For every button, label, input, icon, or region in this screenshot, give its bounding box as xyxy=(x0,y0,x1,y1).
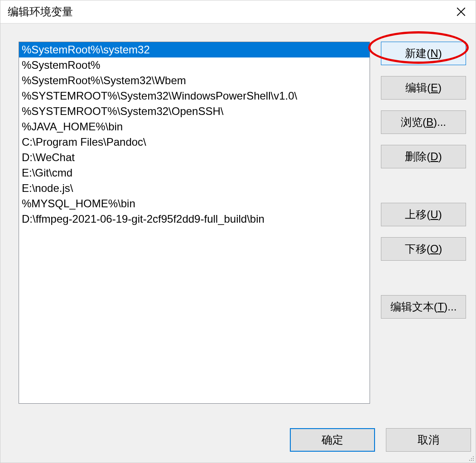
new-button-prefix: 新建( xyxy=(405,46,430,61)
list-item[interactable]: D:\ffmpeg-2021-06-19-git-2cf95f2dd9-full… xyxy=(19,211,370,227)
edit-button-prefix: 编辑( xyxy=(405,81,431,95)
browse-button-prefix: 浏览( xyxy=(401,115,426,129)
movedown-button-prefix: 下移( xyxy=(405,242,430,256)
svg-rect-5 xyxy=(469,460,470,461)
svg-rect-3 xyxy=(471,458,472,459)
svg-rect-6 xyxy=(471,460,472,461)
titlebar: 编辑环境变量 xyxy=(0,0,476,23)
delete-button-prefix: 删除( xyxy=(405,149,430,164)
right-button-column: 新建(N) 编辑(E) 浏览(B)... 删除(D) 上移(U) 下移(O) xyxy=(381,42,466,404)
new-button-hotkey: N xyxy=(430,47,438,60)
move-up-button[interactable]: 上移(U) xyxy=(381,203,466,226)
list-item[interactable]: %SYSTEMROOT%\System32\OpenSSH\ xyxy=(19,104,370,119)
delete-button-hotkey: D xyxy=(430,150,438,163)
edit-button-suffix: ) xyxy=(438,81,442,94)
content-area: %SystemRoot%\system32%SystemRoot%%System… xyxy=(0,23,476,463)
moveup-button-suffix: ) xyxy=(438,208,442,221)
svg-rect-7 xyxy=(473,460,474,461)
edittext-button-suffix: )... xyxy=(444,301,457,313)
list-item[interactable]: %MYSQL_HOME%\bin xyxy=(19,196,370,211)
edit-button[interactable]: 编辑(E) xyxy=(381,76,466,100)
delete-button[interactable]: 删除(D) xyxy=(381,145,466,168)
cancel-button[interactable]: 取消 xyxy=(386,428,471,452)
delete-button-suffix: ) xyxy=(438,150,442,163)
new-button[interactable]: 新建(N) xyxy=(381,42,466,65)
browse-button-hotkey: B xyxy=(426,116,433,129)
dialog-title: 编辑环境变量 xyxy=(8,5,73,19)
movedown-button-hotkey: O xyxy=(430,243,439,255)
close-icon xyxy=(457,7,466,16)
list-item[interactable]: %SystemRoot% xyxy=(19,57,370,73)
list-item[interactable]: %SystemRoot%\System32\Wbem xyxy=(19,73,370,88)
list-item[interactable]: %SYSTEMROOT%\System32\WindowsPowerShell\… xyxy=(19,88,370,104)
svg-rect-2 xyxy=(473,456,474,457)
ok-button[interactable]: 确定 xyxy=(290,428,375,452)
edittext-button-hotkey: T xyxy=(438,301,444,313)
close-button[interactable] xyxy=(452,3,470,21)
browse-button[interactable]: 浏览(B)... xyxy=(381,110,466,134)
move-down-button[interactable]: 下移(O) xyxy=(381,237,466,261)
moveup-button-prefix: 上移( xyxy=(405,207,430,222)
list-item[interactable]: E:\node.js\ xyxy=(19,181,370,196)
list-item[interactable]: %JAVA_HOME%\bin xyxy=(19,119,370,134)
main-row: %SystemRoot%\system32%SystemRoot%%System… xyxy=(0,24,476,404)
edit-button-hotkey: E xyxy=(431,81,438,94)
path-listbox[interactable]: %SystemRoot%\system32%SystemRoot%%System… xyxy=(19,42,370,404)
list-item[interactable]: C:\Program Files\Pandoc\ xyxy=(19,134,370,150)
list-item[interactable]: %SystemRoot%\system32 xyxy=(19,42,370,57)
moveup-button-hotkey: U xyxy=(430,208,438,221)
new-button-suffix: ) xyxy=(438,47,442,60)
bottom-button-row: 确定 取消 xyxy=(290,428,471,452)
list-item[interactable]: D:\WeChat xyxy=(19,150,370,165)
browse-button-suffix: )... xyxy=(433,116,446,129)
resize-grip-icon[interactable] xyxy=(467,454,475,462)
movedown-button-suffix: ) xyxy=(438,243,442,255)
edit-text-button[interactable]: 编辑文本(T)... xyxy=(381,295,466,319)
list-item[interactable]: E:\Git\cmd xyxy=(19,165,370,181)
edittext-button-prefix: 编辑文本( xyxy=(390,300,438,314)
svg-rect-4 xyxy=(473,458,474,459)
edit-env-var-dialog: 编辑环境变量 %SystemRoot%\system32%SystemRoot%… xyxy=(0,0,476,463)
